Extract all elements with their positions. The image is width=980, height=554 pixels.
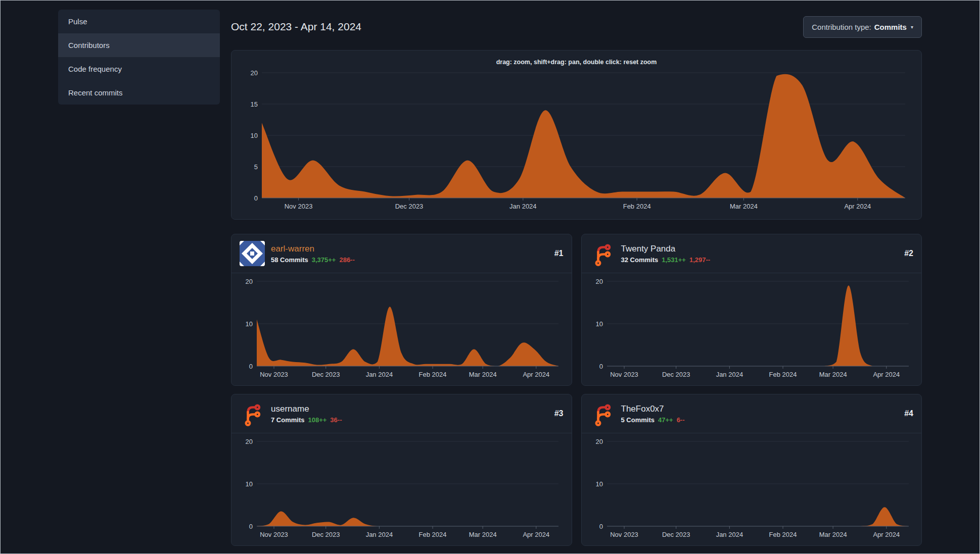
svg-text:Feb 2024: Feb 2024 bbox=[623, 203, 651, 210]
forgejo-logo-avatar[interactable] bbox=[590, 401, 615, 426]
additions-count: 3,375++ bbox=[312, 256, 336, 264]
sidebar-item-pulse[interactable]: Pulse bbox=[58, 10, 220, 33]
svg-text:Jan 2024: Jan 2024 bbox=[366, 531, 393, 538]
svg-text:Mar 2024: Mar 2024 bbox=[469, 531, 497, 538]
contributor-stats: 7 Commits 108++ 36-- bbox=[271, 416, 342, 424]
additions-count: 108++ bbox=[308, 416, 326, 424]
deletions-count: 1,297-- bbox=[689, 256, 710, 264]
sidebar: PulseContributorsCode frequencyRecent co… bbox=[58, 10, 220, 105]
contributor-meta: earl-warren 58 Commits 3,375++ 286-- bbox=[271, 244, 355, 264]
svg-text:Dec 2023: Dec 2023 bbox=[312, 531, 340, 538]
contribution-type-dropdown[interactable]: Contribution type: Commits ▾ bbox=[803, 16, 922, 38]
main-content: Oct 22, 2023 - Apr 14, 2024 Contribution… bbox=[231, 10, 922, 546]
contributor-card-header: TheFox0x7 5 Commits 47++ 6-- #4 bbox=[582, 394, 922, 433]
svg-text:15: 15 bbox=[251, 100, 258, 108]
chevron-down-icon: ▾ bbox=[911, 24, 913, 30]
svg-text:10: 10 bbox=[246, 320, 253, 328]
additions-count: 47++ bbox=[658, 416, 673, 424]
svg-text:0: 0 bbox=[249, 363, 253, 370]
contributor-card-header: Twenty Panda 32 Commits 1,531++ 1,297-- … bbox=[582, 234, 922, 273]
contributor-meta: username 7 Commits 108++ 36-- bbox=[271, 404, 342, 424]
sidebar-item-label: Contributors bbox=[68, 41, 110, 49]
svg-text:Dec 2023: Dec 2023 bbox=[312, 371, 340, 378]
contribution-type-value: Commits bbox=[874, 23, 907, 31]
contributor-stats: 32 Commits 1,531++ 1,297-- bbox=[621, 256, 711, 264]
main-activity-chart[interactable]: 05101520Nov 2023Dec 2023Jan 2024Feb 2024… bbox=[240, 68, 913, 215]
svg-text:Nov 2023: Nov 2023 bbox=[285, 203, 313, 210]
svg-text:20: 20 bbox=[595, 438, 602, 445]
contributor-card: Twenty Panda 32 Commits 1,531++ 1,297-- … bbox=[581, 234, 922, 386]
svg-text:Apr 2024: Apr 2024 bbox=[523, 371, 549, 378]
svg-text:Jan 2024: Jan 2024 bbox=[509, 203, 537, 210]
svg-text:Nov 2023: Nov 2023 bbox=[610, 371, 638, 378]
page-header: Oct 22, 2023 - Apr 14, 2024 Contribution… bbox=[231, 14, 922, 40]
svg-text:Nov 2023: Nov 2023 bbox=[610, 531, 638, 538]
svg-text:Apr 2024: Apr 2024 bbox=[873, 531, 900, 538]
sidebar-item-contributors[interactable]: Contributors bbox=[58, 33, 220, 57]
contributor-meta: Twenty Panda 32 Commits 1,531++ 1,297-- bbox=[621, 244, 711, 264]
svg-text:Feb 2024: Feb 2024 bbox=[419, 371, 447, 378]
sidebar-item-label: Recent commits bbox=[68, 88, 123, 97]
deletions-count: 286-- bbox=[339, 256, 354, 264]
contributor-card: TheFox0x7 5 Commits 47++ 6-- #4 01020Nov… bbox=[581, 394, 922, 546]
page-layout: PulseContributorsCode frequencyRecent co… bbox=[1, 1, 979, 546]
svg-text:Apr 2024: Apr 2024 bbox=[873, 371, 900, 378]
contributor-activity-chart[interactable]: 01020Nov 2023Dec 2023Jan 2024Feb 2024Mar… bbox=[585, 436, 917, 543]
contributor-activity-chart[interactable]: 01020Nov 2023Dec 2023Jan 2024Feb 2024Mar… bbox=[235, 436, 567, 543]
contributor-name-link[interactable]: TheFox0x7 bbox=[621, 404, 685, 414]
svg-text:Dec 2023: Dec 2023 bbox=[395, 203, 424, 210]
contributor-name-link[interactable]: earl-warren bbox=[271, 244, 355, 254]
contributors-grid: earl-warren 58 Commits 3,375++ 286-- #1 … bbox=[231, 234, 922, 546]
commits-count: 32 Commits bbox=[621, 256, 659, 264]
contributor-name-link[interactable]: username bbox=[271, 404, 342, 414]
svg-text:0: 0 bbox=[249, 523, 253, 530]
svg-text:20: 20 bbox=[595, 278, 602, 285]
svg-text:5: 5 bbox=[254, 163, 258, 171]
contributor-name-link[interactable]: Twenty Panda bbox=[621, 244, 711, 254]
svg-text:Feb 2024: Feb 2024 bbox=[419, 531, 447, 538]
identicon-avatar[interactable] bbox=[240, 241, 265, 266]
svg-text:20: 20 bbox=[251, 69, 258, 77]
svg-text:Mar 2024: Mar 2024 bbox=[819, 531, 847, 538]
svg-text:Apr 2024: Apr 2024 bbox=[844, 203, 871, 210]
svg-text:10: 10 bbox=[595, 320, 602, 328]
svg-text:Feb 2024: Feb 2024 bbox=[769, 531, 797, 538]
forgejo-logo-avatar[interactable] bbox=[590, 241, 615, 266]
svg-text:10: 10 bbox=[595, 480, 602, 488]
svg-text:0: 0 bbox=[599, 523, 602, 530]
svg-text:Jan 2024: Jan 2024 bbox=[716, 371, 743, 378]
rank-badge: #2 bbox=[904, 249, 913, 258]
sidebar-item-label: Code frequency bbox=[68, 65, 122, 73]
sidebar-item-recent-commits[interactable]: Recent commits bbox=[58, 81, 220, 105]
commits-count: 5 Commits bbox=[621, 416, 655, 424]
additions-count: 1,531++ bbox=[662, 256, 686, 264]
svg-text:Jan 2024: Jan 2024 bbox=[366, 371, 393, 378]
svg-text:20: 20 bbox=[246, 278, 253, 285]
svg-text:Apr 2024: Apr 2024 bbox=[523, 531, 549, 538]
chart-zoom-hint: drag: zoom, shift+drag: pan, double clic… bbox=[240, 59, 913, 66]
rank-badge: #1 bbox=[554, 249, 564, 258]
svg-text:0: 0 bbox=[254, 194, 258, 202]
contributor-card: earl-warren 58 Commits 3,375++ 286-- #1 … bbox=[231, 234, 572, 386]
contributor-card-header: earl-warren 58 Commits 3,375++ 286-- #1 bbox=[231, 234, 572, 273]
forgejo-logo-avatar[interactable] bbox=[240, 401, 265, 426]
sidebar-item-code-frequency[interactable]: Code frequency bbox=[58, 57, 220, 81]
svg-text:Feb 2024: Feb 2024 bbox=[769, 371, 797, 378]
contributor-card: username 7 Commits 108++ 36-- #3 01020No… bbox=[231, 394, 572, 546]
svg-text:Mar 2024: Mar 2024 bbox=[819, 371, 847, 378]
commits-count: 58 Commits bbox=[271, 256, 308, 264]
deletions-count: 6-- bbox=[677, 416, 685, 424]
contributor-activity-chart[interactable]: 01020Nov 2023Dec 2023Jan 2024Feb 2024Mar… bbox=[585, 276, 917, 383]
svg-text:10: 10 bbox=[246, 480, 253, 488]
date-range-title: Oct 22, 2023 - Apr 14, 2024 bbox=[231, 21, 361, 33]
svg-text:Nov 2023: Nov 2023 bbox=[260, 531, 288, 538]
svg-text:10: 10 bbox=[251, 132, 258, 139]
contributor-stats: 58 Commits 3,375++ 286-- bbox=[271, 256, 355, 264]
svg-text:Dec 2023: Dec 2023 bbox=[662, 531, 690, 538]
deletions-count: 36-- bbox=[330, 416, 342, 424]
commits-count: 7 Commits bbox=[271, 416, 304, 424]
contributor-activity-chart[interactable]: 01020Nov 2023Dec 2023Jan 2024Feb 2024Mar… bbox=[235, 276, 567, 383]
svg-text:20: 20 bbox=[246, 438, 253, 445]
svg-text:Nov 2023: Nov 2023 bbox=[260, 371, 288, 378]
rank-badge: #4 bbox=[904, 409, 913, 418]
